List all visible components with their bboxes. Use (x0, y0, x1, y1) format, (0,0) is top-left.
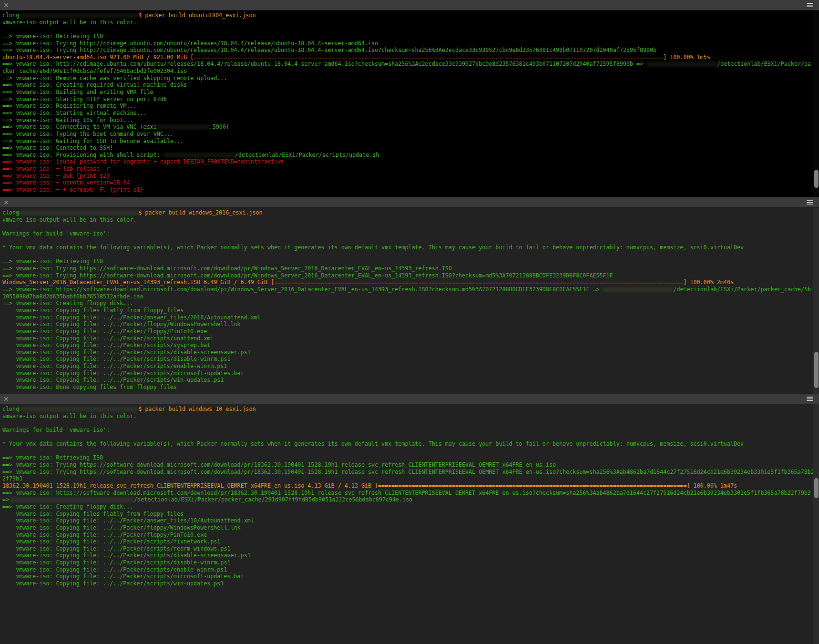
terminal-row (2, 237, 819, 245)
terminal-row: ==> vmware-iso: + ubuntu_version=18.04 (2, 179, 819, 186)
terminal-row (2, 251, 819, 258)
terminal-text: ==> vmware-iso: Trying https://software-… (2, 265, 452, 272)
menu-icon[interactable]: ≡ (806, 197, 813, 207)
terminal-row: ==> vmware-iso: Trying http://cdimage.ub… (2, 47, 819, 54)
terminal-text: ==> vmware-iso: + awk {print $2} (2, 173, 110, 179)
terminal-text: ==> vmware-iso: https://software-downloa… (2, 490, 811, 496)
close-icon[interactable]: ✕ (3, 394, 9, 404)
terminal-text: ==> vmware-iso: Trying http://cdimage.ub… (2, 40, 378, 47)
terminal-row: vmware-iso: Copying file: ../../Packer/s… (2, 559, 819, 566)
terminal-row: ==> vmware-iso: Trying https://software-… (2, 265, 819, 272)
terminal-rows: clong$ packer build ubuntu1804_esxi.json… (0, 10, 819, 194)
terminal-row: vmware-iso: Copying file: ../../Packer/s… (2, 356, 819, 363)
terminal-text: => (2, 496, 9, 503)
terminal-row: vmware-iso output will be in this color. (2, 216, 819, 224)
terminal-row: ==> vmware-iso: Retrieving ISO (2, 258, 819, 265)
terminal-text: * Your vmx data contains the following v… (2, 440, 744, 447)
terminal-row: ==> vmware-iso: Retrieving ISO (2, 454, 819, 461)
terminal-row: ==> vmware-iso: http://cdimage.ubuntu.co… (2, 61, 819, 68)
terminal-text: vmware-iso: Copying file: ../../Packer/f… (2, 328, 207, 335)
terminal-row: vmware-iso output will be in this color. (2, 19, 819, 26)
terminal-content[interactable]: clong$ packer build windows_10_esxi.json… (0, 404, 819, 644)
scrollbar[interactable] (813, 10, 819, 197)
terminal-text: $ packer build windows_10_esxi.json (138, 406, 256, 412)
scrollbar[interactable] (813, 404, 819, 644)
terminal-text: vmware-iso: Copying file: ../../Packer/f… (2, 524, 241, 531)
terminal-row (2, 434, 819, 441)
terminal-row: 2f79b3 (2, 475, 819, 482)
terminal-row: cker_cache/e6d790e1cf0dcbca7fefef75468ac… (2, 68, 819, 75)
terminal-text: ==> vmware-iso: Provisioning with shell … (2, 152, 164, 158)
terminal-row: vmware-iso: Copying file: ../../Packer/s… (2, 580, 819, 587)
terminal-row: Warnings for build 'vmware-iso': (2, 427, 819, 434)
terminal-row: ==> vmware-iso: Trying http://cdimage.ub… (2, 40, 819, 47)
terminal-row: vmware-iso: Copying file: ../../Packer/f… (2, 328, 819, 335)
terminal-text: :5900) (209, 123, 229, 130)
scrollbar-thumb[interactable] (814, 478, 819, 498)
terminal-text: ==> vmware-iso: Trying http://cdimage.ub… (2, 47, 656, 53)
terminal-row: ==> vmware-iso: + lsb_release -r (2, 165, 819, 173)
redacted-text-blur (164, 153, 235, 157)
menu-icon[interactable]: ≡ (806, 0, 813, 10)
scrollbar-thumb[interactable] (814, 352, 819, 388)
titlebar[interactable]: ✕ ≡ (0, 0, 819, 10)
close-icon[interactable]: ✕ (3, 198, 9, 207)
terminal-row: clong$ packer build ubuntu1804_esxi.json (2, 12, 819, 19)
terminal-row: ==> vmware-iso: Registering remote VM... (2, 102, 819, 110)
terminal-text: ==> vmware-iso: Trying https://software-… (2, 461, 556, 468)
terminal-row: ubuntu-18.04.4-server-amd64.iso 921.00 M… (2, 54, 819, 61)
terminal-row: =>/detectionlab/ESXi/Packer/packer_cache… (2, 496, 819, 503)
terminal-row: * Your vmx data contains the following v… (2, 244, 819, 251)
terminal-row: vmware-iso: Copying file: ../../Packer/s… (2, 335, 819, 342)
terminal-text: $ packer build ubuntu1804_esxi.json (138, 12, 256, 19)
terminal-row: vmware-iso: Copying files flatly from fl… (2, 511, 819, 518)
redacted-text-blur (603, 287, 674, 292)
terminal-text: vmware-iso: Copying file: ../../Packer/s… (2, 363, 227, 369)
terminal-row: vmware-iso: Copying file: ../../Packer/s… (2, 349, 819, 356)
terminal-row: ==> vmware-iso: Provisioning with shell … (2, 152, 819, 159)
titlebar[interactable]: ✕ ≡ (0, 197, 819, 208)
terminal-text: ==> vmware-iso: Typing the boot command … (2, 131, 174, 137)
terminal-row: clong$ packer build windows_10_esxi.json (2, 406, 819, 413)
terminal-row: vmware-iso: Copying files flatly from fl… (2, 307, 819, 314)
terminal-content[interactable]: clong$ packer build ubuntu1804_esxi.json… (0, 10, 819, 197)
terminal-text: vmware-iso: Done copying files from flop… (2, 384, 177, 390)
terminal-text: ==> vmware-iso: Retrieving ISO (2, 33, 103, 40)
terminal-text: ==> vmware-iso: Starting HTTP server on … (2, 96, 167, 102)
terminal-content[interactable]: clong$ packer build windows_2016_esxi.js… (0, 208, 819, 394)
terminal-row: vmware-iso: Copying file: ../../Packer/s… (2, 538, 819, 545)
terminal-text: vmware-iso: Copying files flatly from fl… (2, 307, 184, 314)
terminal-text: vmware-iso: Copying file: ../../Packer/s… (2, 566, 227, 573)
terminal-row: ==> vmware-iso: Trying https://software-… (2, 469, 819, 476)
terminal-row (2, 223, 819, 230)
terminal-text: ==> vmware-iso: Remote cache was verifie… (2, 75, 227, 82)
terminal-row: ==> vmware-iso: [sudo] password for vagr… (2, 158, 819, 165)
titlebar[interactable]: ✕ ≡ (0, 394, 819, 404)
terminal-text: ==> vmware-iso: Creating required virtua… (2, 82, 187, 88)
terminal-text: ==> vmware-iso: Retrieving ISO (2, 454, 103, 461)
terminal-text: ==> vmware-iso: Waiting for SSH to becom… (2, 138, 184, 144)
terminal-text: cker_cache/e6d790e1cf0dcbca7fefef75468ac… (2, 68, 187, 74)
terminal-row: vmware-iso: Copying file: ../../Packer/a… (2, 517, 819, 524)
terminal-text: ==> vmware-iso: http://cdimage.ubuntu.co… (2, 61, 646, 67)
terminal-text: Warnings for build 'vmware-iso': (2, 427, 110, 433)
terminal-text: Windows_Server_2016_Datacenter_EVAL_en-u… (2, 279, 734, 286)
close-icon[interactable]: ✕ (3, 0, 9, 10)
scrollbar[interactable] (813, 208, 819, 394)
terminal-text: ==> vmware-iso: Creating floppy disk... (2, 300, 133, 307)
terminal-row: vmware-iso: Copying file: ../../Packer/s… (2, 566, 819, 573)
terminal-row: vmware-iso: Copying file: ../../Packer/f… (2, 524, 819, 532)
menu-icon[interactable]: ≡ (806, 393, 813, 404)
terminal-text: vmware-iso output will be in this color. (2, 413, 136, 419)
terminal-row: vmware-iso: Done copying files from flop… (2, 384, 819, 391)
terminal-text: ==> vmware-iso: + + echoawk -F. {print $… (2, 186, 143, 193)
terminal-text: vmware-iso: Copying file: ../../Packer/s… (2, 552, 251, 559)
terminal-row (2, 26, 819, 33)
terminal-text: vmware-iso: Copying file: ../../Packer/s… (2, 370, 244, 377)
scrollbar-thumb[interactable] (814, 170, 819, 188)
terminal-text: 2f79b3 (2, 475, 22, 482)
terminal-row: * Your vmx data contains the following v… (2, 440, 819, 448)
terminal-text: /detectionlab/ESXi/Packer/packer_cache/2… (134, 496, 412, 503)
terminal-text: ==> vmware-iso: Connecting to VM via VNC… (2, 123, 157, 130)
terminal-row: ==> vmware-iso: https://software-downloa… (2, 490, 819, 497)
